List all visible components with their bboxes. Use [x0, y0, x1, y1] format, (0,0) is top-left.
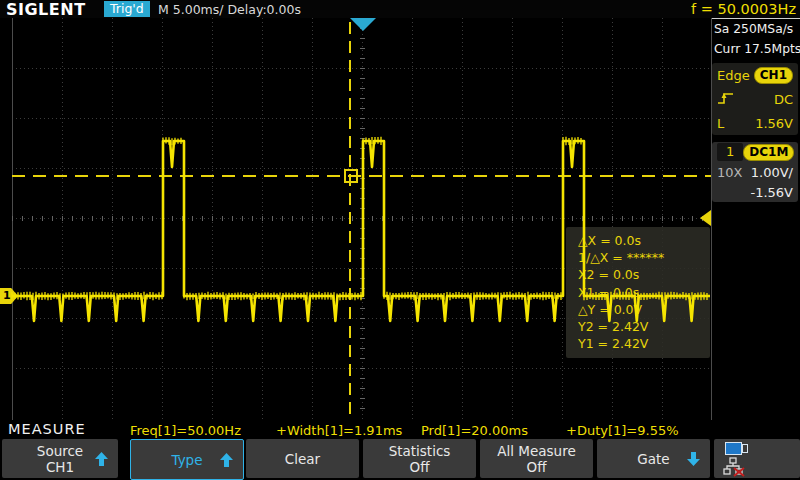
cursor-inv-delta-x: 1/△X = ****** — [566, 249, 710, 266]
trigger-status-badge: Trig'd — [104, 1, 150, 17]
up-arrow-icon — [220, 453, 233, 467]
rising-edge-icon — [717, 91, 735, 108]
top-bar: SIGLENT Trig'd M 5.00ms/ Delay:0.00s f =… — [0, 0, 800, 18]
cursor-delta-y: △Y = 0.0V — [566, 301, 710, 318]
siglent-logo: SIGLENT — [6, 0, 86, 19]
vertical-scale-readout: 1.00V/ — [751, 165, 793, 180]
trigger-level-value: 1.56V — [755, 116, 793, 131]
cursor-x1: X1 = 0.0s — [566, 284, 710, 301]
trigger-type-label: Edge — [717, 68, 750, 83]
vertical-offset-readout: -1.56V — [750, 185, 793, 200]
cursor-horizontal-line[interactable] — [12, 175, 711, 177]
cursor-x2: X2 = 0.0s — [566, 266, 710, 283]
cursor-y1: Y1 = 2.42V — [566, 335, 710, 352]
channel-coupling-badge: DC1M — [743, 144, 794, 161]
cursor-vertical-line[interactable] — [349, 22, 351, 418]
oscilloscope-screen: SIGLENT Trig'd M 5.00ms/ Delay:0.00s f =… — [0, 0, 800, 480]
cursor-y2: Y2 = 2.42V — [566, 318, 710, 335]
measurement-pduty: +Duty[1]=9.55% — [566, 423, 679, 438]
softkey-statistics-button[interactable]: Statistics Off — [363, 439, 476, 478]
softkey-all-measure-button[interactable]: All Measure Off — [480, 439, 593, 478]
channel1-info-box[interactable]: 1 DC1M 10X 1.00V/ -1.56V — [712, 142, 798, 202]
status-icons-panel — [714, 439, 800, 478]
trigger-source-badge: CH1 — [754, 67, 793, 84]
down-arrow-icon — [687, 452, 700, 466]
measure-title: MEASURE — [8, 421, 86, 437]
cursor-intersection-marker[interactable] — [344, 169, 358, 183]
waveform-display-area: 1 △X = 0.0s 1/△X = ****** X2 = 0.0s X1 =… — [0, 18, 712, 420]
cursor-readout-panel: △X = 0.0s 1/△X = ****** X2 = 0.0s X1 = 0… — [566, 227, 710, 358]
probe-attenuation-readout: 10X — [717, 165, 742, 180]
memory-depth-readout: Curr 17.5Mpts — [712, 39, 800, 59]
softkey-gate-button[interactable]: Gate — [597, 439, 710, 478]
measurement-period: Prd[1]=20.00ms — [421, 423, 528, 438]
softkey-type-button[interactable]: Type — [130, 439, 244, 480]
lan-disconnected-icon — [723, 457, 749, 477]
channel-number-tab: 1 — [717, 143, 743, 161]
softkey-menu: Source CH1 Type Clear Statistics Off All… — [0, 438, 800, 480]
trigger-info-box[interactable]: Edge CH1 DC L 1.56V — [712, 63, 798, 135]
trigger-position-marker-icon[interactable] — [350, 18, 376, 31]
measurement-pwidth: +Width[1]=1.91ms — [276, 423, 402, 438]
measurement-freq: Freq[1]=50.00Hz — [130, 423, 241, 438]
channel1-position-marker[interactable]: 1 — [0, 288, 18, 304]
softkey-source-button[interactable]: Source CH1 — [2, 439, 118, 478]
timebase-readout: M 5.00ms/ Delay:0.00s — [158, 2, 301, 17]
softkey-clear-button[interactable]: Clear — [246, 439, 359, 478]
acquisition-info-box: Sa 250MSa/s Curr 17.5Mpts — [712, 18, 800, 63]
frequency-counter-readout: f = 50.0003Hz — [691, 1, 796, 17]
cursor-delta-x: △X = 0.0s — [566, 232, 710, 249]
sample-rate-readout: Sa 250MSa/s — [712, 19, 800, 39]
trigger-coupling-label: DC — [774, 92, 793, 107]
usb-icon — [725, 442, 749, 455]
trigger-level-marker-icon[interactable] — [700, 210, 711, 226]
up-arrow-icon — [95, 452, 108, 466]
measure-bar: MEASURE Freq[1]=50.00Hz +Width[1]=1.91ms… — [0, 420, 800, 438]
info-sidebar: Sa 250MSa/s Curr 17.5Mpts Edge CH1 DC L … — [712, 18, 800, 420]
trigger-level-label: L — [717, 116, 724, 131]
